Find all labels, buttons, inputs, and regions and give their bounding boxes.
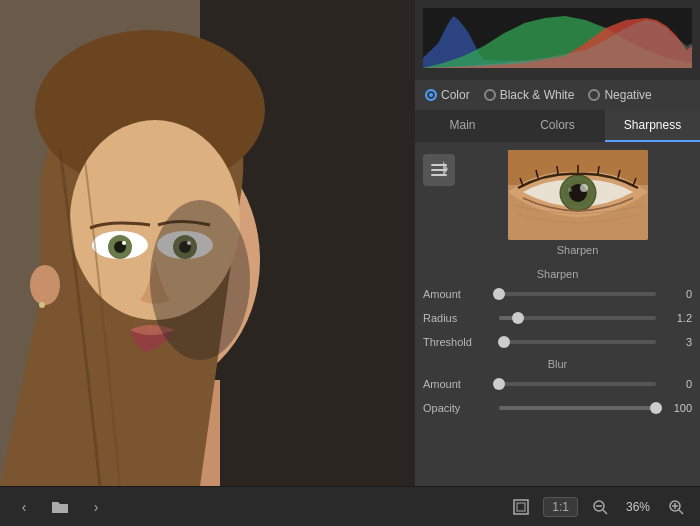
blur-opacity-fill	[499, 406, 656, 410]
tab-main[interactable]: Main	[415, 110, 510, 142]
sharpen-radius-row: Radius 1.2	[423, 310, 692, 326]
sharpen-amount-label: Amount	[423, 288, 493, 300]
sharpen-radius-thumb[interactable]	[512, 312, 524, 324]
histogram-area	[415, 0, 700, 80]
zoom-ratio-button[interactable]: 1:1	[543, 497, 578, 517]
svg-line-37	[679, 510, 683, 514]
portrait-svg	[0, 0, 415, 486]
sharpen-radius-track[interactable]	[499, 310, 656, 326]
sharpen-threshold-slider[interactable]	[499, 340, 656, 344]
blur-opacity-value: 100	[662, 402, 692, 414]
eye-preview: Sharpen	[463, 150, 692, 256]
blur-opacity-track[interactable]	[499, 400, 656, 416]
svg-point-29	[580, 184, 588, 192]
compare-icon	[430, 161, 448, 179]
color-radio[interactable]: Color	[425, 88, 470, 102]
svg-point-30	[568, 188, 572, 192]
zoom-percentage: 36%	[622, 500, 654, 514]
svg-line-34	[603, 510, 607, 514]
svg-rect-31	[514, 500, 528, 514]
svg-point-15	[30, 265, 60, 305]
blur-opacity-slider[interactable]	[499, 406, 656, 410]
blur-opacity-row: Opacity 100	[423, 400, 692, 416]
tab-sharpness[interactable]: Sharpness	[605, 110, 700, 142]
blur-amount-row: Amount 0	[423, 376, 692, 392]
color-radio-label: Color	[441, 88, 470, 102]
negative-radio-circle	[588, 89, 600, 101]
blur-amount-label: Amount	[423, 378, 493, 390]
sharpen-amount-track[interactable]	[499, 286, 656, 302]
zoom-out-button[interactable]	[586, 493, 614, 521]
eye-closeup-svg	[508, 150, 648, 240]
bw-radio-label: Black & White	[500, 88, 575, 102]
svg-rect-32	[517, 503, 525, 511]
svg-point-17	[150, 200, 250, 360]
histogram-chart	[423, 8, 692, 68]
sharpen-threshold-row: Threshold 3	[423, 334, 692, 350]
bw-radio-circle	[484, 89, 496, 101]
sharpen-amount-row: Amount 0	[423, 286, 692, 302]
svg-point-16	[39, 302, 45, 308]
color-radio-circle	[425, 89, 437, 101]
blur-amount-thumb[interactable]	[493, 378, 505, 390]
sharpness-top: Sharpen	[423, 150, 692, 256]
photo-background	[0, 0, 415, 486]
eye-preview-image	[508, 150, 648, 240]
bottom-toolbar: ‹ › 1:1 36%	[0, 486, 700, 526]
fullscreen-button[interactable]	[507, 493, 535, 521]
sharpen-amount-value: 0	[662, 288, 692, 300]
sharpen-section-header: Sharpen	[423, 268, 692, 280]
sharpen-amount-slider[interactable]	[499, 292, 656, 296]
folder-button[interactable]	[46, 493, 74, 521]
svg-point-10	[122, 241, 126, 245]
blur-amount-track[interactable]	[499, 376, 656, 392]
tabs-row: Main Colors Sharpness	[415, 110, 700, 142]
zoom-in-icon	[668, 499, 684, 515]
sharpen-threshold-thumb[interactable]	[498, 336, 510, 348]
prev-button[interactable]: ‹	[10, 493, 38, 521]
blur-amount-slider[interactable]	[499, 382, 656, 386]
blur-opacity-thumb[interactable]	[650, 402, 662, 414]
zoom-out-icon	[592, 499, 608, 515]
mode-radio-row: Color Black & White Negative	[415, 80, 700, 110]
zoom-in-button[interactable]	[662, 493, 690, 521]
fullscreen-icon	[513, 499, 529, 515]
next-button[interactable]: ›	[82, 493, 110, 521]
sharpen-threshold-value: 3	[662, 336, 692, 348]
blur-amount-value: 0	[662, 378, 692, 390]
right-panel: Color Black & White Negative Main Colors…	[415, 0, 700, 486]
preview-label: Sharpen	[557, 244, 599, 256]
sharpen-threshold-track[interactable]	[499, 334, 656, 350]
folder-icon	[52, 500, 68, 514]
tab-colors[interactable]: Colors	[510, 110, 605, 142]
sharpen-radius-value: 1.2	[662, 312, 692, 324]
sharpen-radius-slider[interactable]	[499, 316, 656, 320]
bw-radio[interactable]: Black & White	[484, 88, 575, 102]
preview-icon-btn[interactable]	[423, 154, 455, 186]
sharpen-threshold-label: Threshold	[423, 336, 493, 348]
blur-opacity-label: Opacity	[423, 402, 493, 414]
negative-radio[interactable]: Negative	[588, 88, 651, 102]
sharpen-radius-label: Radius	[423, 312, 493, 324]
negative-radio-label: Negative	[604, 88, 651, 102]
panel-content: Sharpen Sharpen Amount 0 Radius	[415, 142, 700, 486]
sharpen-amount-thumb[interactable]	[493, 288, 505, 300]
blur-section-header: Blur	[423, 358, 692, 370]
photo-panel	[0, 0, 415, 486]
